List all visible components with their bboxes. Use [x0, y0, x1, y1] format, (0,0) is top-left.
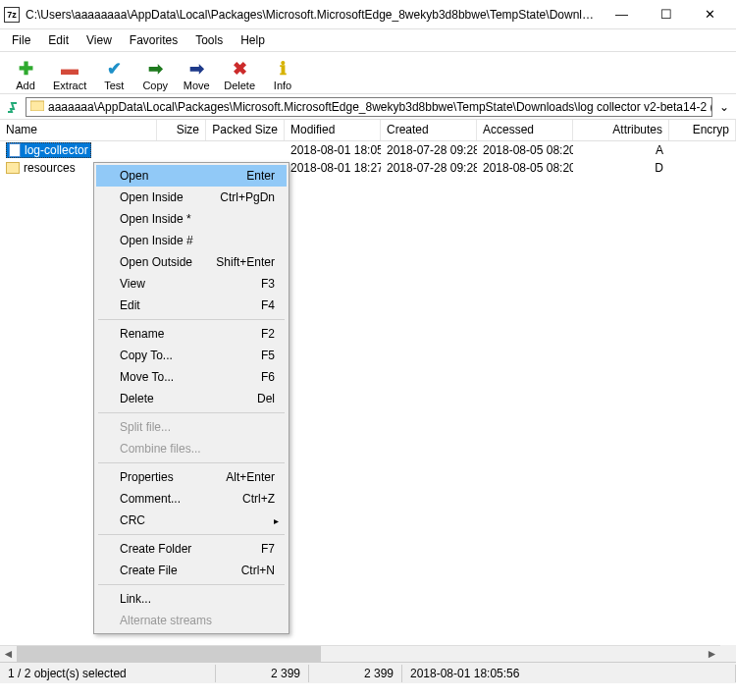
info-button[interactable]: ℹInfo — [263, 57, 302, 93]
context-shortcut: F7 — [261, 542, 275, 556]
file-modified: 2018-08-01 18:27 — [285, 161, 381, 175]
minimize-button[interactable]: — — [600, 1, 644, 28]
header-modified[interactable]: Modified — [285, 120, 381, 140]
scroll-thumb[interactable] — [17, 646, 321, 663]
context-split-file: Split file... — [96, 416, 287, 438]
status-size1: 2 399 — [216, 665, 309, 682]
table-row[interactable]: log-collector2018-08-01 18:052018-07-28 … — [0, 141, 736, 159]
file-attr: A — [573, 143, 669, 157]
context-label: Open Inside # — [120, 234, 193, 247]
scroll-track[interactable] — [17, 646, 704, 663]
context-label: Create File — [120, 564, 178, 577]
context-view[interactable]: ViewF3 — [96, 273, 287, 295]
context-rename[interactable]: RenameF2 — [96, 323, 287, 345]
folder-icon — [30, 99, 44, 114]
maximize-button[interactable]: ☐ — [644, 1, 688, 28]
statusbar: 1 / 2 object(s) selected 2 399 2 399 201… — [0, 662, 736, 683]
context-label: Combine files... — [120, 442, 201, 456]
address-input[interactable]: aaaaaaa\AppData\Local\Packages\Microsoft… — [26, 97, 712, 117]
context-alternate-streams: Alternate streams — [96, 610, 287, 631]
context-label: Copy To... — [120, 349, 173, 362]
context-shortcut: Ctrl+Z — [242, 492, 275, 506]
context-move-to[interactable]: Move To...F6 — [96, 366, 287, 388]
add-button[interactable]: ✚Add — [6, 57, 45, 93]
file-icon — [9, 143, 21, 157]
move-button[interactable]: ➡Move — [177, 57, 216, 93]
context-menu: OpenEnterOpen InsideCtrl+PgDnOpen Inside… — [93, 162, 289, 634]
context-properties[interactable]: PropertiesAlt+Enter — [96, 466, 287, 488]
file-attr: D — [573, 161, 669, 175]
test-icon: ✔ — [104, 59, 124, 79]
window-title: C:\Users\aaaaaaaa\AppData\Local\Packages… — [26, 8, 600, 22]
menu-help[interactable]: Help — [233, 31, 273, 49]
context-crc[interactable]: CRC▸ — [96, 510, 287, 531]
context-link[interactable]: Link... — [96, 588, 287, 610]
close-button[interactable]: ✕ — [688, 1, 732, 28]
scroll-left-icon[interactable]: ◄ — [0, 646, 17, 663]
context-label: Edit — [120, 298, 140, 312]
header-encrypted[interactable]: Encryp — [669, 120, 736, 140]
file-accessed: 2018-08-05 08:20 — [477, 143, 573, 157]
delete-icon: ✖ — [230, 59, 249, 79]
file-name: log-collector — [25, 143, 88, 157]
context-label: CRC — [120, 513, 145, 527]
test-label: Test — [104, 80, 124, 91]
up-icon[interactable] — [4, 98, 22, 116]
menu-tools[interactable]: Tools — [187, 31, 231, 49]
context-open-inside[interactable]: Open Inside * — [96, 208, 287, 230]
move-label: Move — [184, 80, 210, 91]
scroll-right-icon[interactable]: ► — [704, 646, 720, 663]
copy-button[interactable]: ➡Copy — [135, 57, 175, 93]
context-edit[interactable]: EditF4 — [96, 295, 287, 316]
context-create-file[interactable]: Create FileCtrl+N — [96, 560, 287, 581]
context-separator — [98, 319, 285, 320]
menubar: FileEditViewFavoritesToolsHelp — [0, 29, 736, 51]
context-label: Open Inside — [120, 190, 184, 204]
status-size2: 2 399 — [309, 665, 402, 682]
menu-file[interactable]: File — [4, 31, 38, 49]
context-separator — [98, 584, 285, 585]
context-open-outside[interactable]: Open OutsideShift+Enter — [96, 251, 287, 273]
context-copy-to[interactable]: Copy To...F5 — [96, 345, 287, 366]
context-label: Comment... — [120, 492, 181, 506]
header-size[interactable]: Size — [157, 120, 206, 140]
menu-edit[interactable]: Edit — [40, 31, 77, 49]
context-label: Delete — [120, 392, 154, 405]
context-shortcut: F4 — [261, 298, 275, 312]
extract-label: Extract — [53, 80, 86, 91]
context-delete[interactable]: DeleteDel — [96, 388, 287, 409]
context-label: Open Outside — [120, 255, 192, 269]
test-button[interactable]: ✔Test — [94, 57, 133, 93]
add-icon: ✚ — [16, 59, 35, 79]
context-comment[interactable]: Comment...Ctrl+Z — [96, 488, 287, 510]
file-modified: 2018-08-01 18:05 — [285, 143, 381, 157]
context-shortcut: Alt+Enter — [226, 470, 275, 484]
context-shortcut: F2 — [261, 327, 275, 341]
context-open-inside[interactable]: Open InsideCtrl+PgDn — [96, 187, 287, 208]
horizontal-scrollbar[interactable]: ◄ ► — [0, 645, 720, 662]
menu-view[interactable]: View — [79, 31, 120, 49]
menu-favorites[interactable]: Favorites — [122, 31, 185, 49]
header-name[interactable]: Name — [0, 120, 157, 140]
context-shortcut: Shift+Enter — [216, 255, 275, 269]
context-label: Properties — [120, 470, 174, 484]
header-created[interactable]: Created — [381, 120, 477, 140]
extract-button[interactable]: ▬Extract — [47, 57, 92, 93]
header-attributes[interactable]: Attributes — [573, 120, 669, 140]
context-shortcut: Ctrl+N — [241, 564, 275, 577]
context-open-inside[interactable]: Open Inside # — [96, 230, 287, 251]
toolbar: ✚Add▬Extract✔Test➡Copy➡Move✖DeleteℹInfo — [0, 51, 736, 94]
context-label: Create Folder — [120, 542, 191, 556]
info-label: Info — [274, 80, 291, 91]
delete-label: Delete — [224, 80, 255, 91]
context-open[interactable]: OpenEnter — [96, 165, 287, 187]
context-label: Move To... — [120, 370, 174, 384]
address-dropdown-icon[interactable]: ⌄ — [716, 100, 732, 114]
header-accessed[interactable]: Accessed — [477, 120, 573, 140]
delete-button[interactable]: ✖Delete — [218, 57, 261, 93]
status-selected: 1 / 2 object(s) selected — [0, 665, 216, 682]
context-separator — [98, 412, 285, 413]
context-create-folder[interactable]: Create FolderF7 — [96, 538, 287, 560]
header-packed-size[interactable]: Packed Size — [206, 120, 285, 140]
context-shortcut: Ctrl+PgDn — [220, 190, 275, 204]
